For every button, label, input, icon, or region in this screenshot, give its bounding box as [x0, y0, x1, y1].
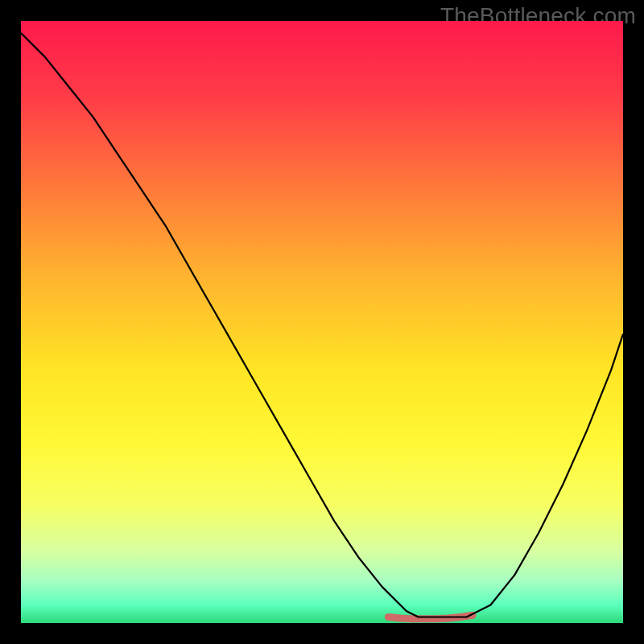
- chart-frame: [21, 21, 623, 623]
- gradient-background: [21, 21, 623, 623]
- bottleneck-chart: [21, 21, 623, 623]
